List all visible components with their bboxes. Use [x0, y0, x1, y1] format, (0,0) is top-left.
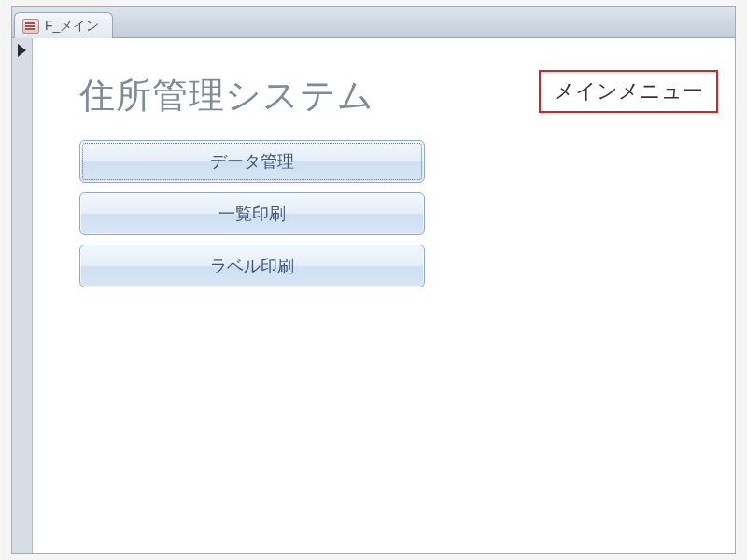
form-tabbar: F_メイン	[12, 7, 735, 38]
annotation-callout: メインメニュー	[539, 70, 718, 113]
data-management-button[interactable]: データ管理	[79, 140, 425, 183]
list-print-button[interactable]: 一覧印刷	[79, 192, 425, 235]
record-selector[interactable]	[12, 38, 33, 553]
tab-title: F_メイン	[45, 18, 99, 35]
form-icon	[22, 19, 39, 34]
current-record-arrow-icon	[18, 44, 26, 57]
label-print-button[interactable]: ラベル印刷	[79, 245, 425, 287]
access-form-window: F_メイン 住所管理システム データ管理 一覧印刷 ラベル印刷 メインメニュー	[11, 6, 736, 554]
form-tab-main[interactable]: F_メイン	[14, 12, 113, 38]
form-detail: 住所管理システム データ管理 一覧印刷 ラベル印刷	[33, 38, 735, 553]
form-client-area: 住所管理システム データ管理 一覧印刷 ラベル印刷 メインメニュー	[12, 38, 735, 553]
